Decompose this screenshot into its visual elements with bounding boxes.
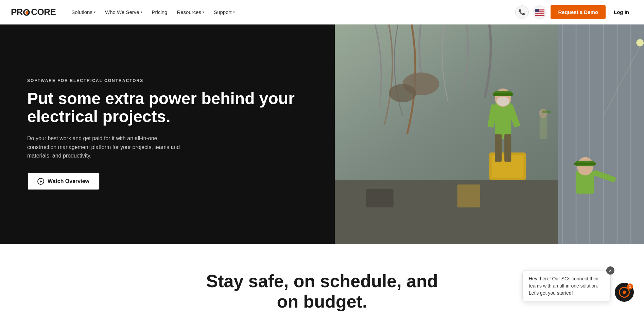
nav-item-support[interactable]: Support ▾ [210,6,238,18]
hero-section: SOFTWARE FOR ELECTRICAL CONTRACTORS Put … [0,24,644,244]
chat-close-button[interactable]: × [606,266,614,275]
hero-image-panel [335,24,644,244]
svg-point-26 [497,97,510,106]
nav-item-pricing[interactable]: Pricing [149,6,171,18]
svg-rect-20 [505,134,511,162]
logo-text: PR O CORE [11,7,56,17]
chat-bubble: × Hey there! Our SCs connect their teams… [522,270,611,302]
chevron-down-icon-2: ▾ [141,10,142,14]
logo-text-full: PR O CORE [11,7,56,17]
lower-title: Stay safe, on schedule, and on budget. [203,271,441,312]
navbar: PR O CORE Solutions ▾ Who We Serve ▾ [0,0,644,24]
chevron-down-icon-4: ▾ [233,10,235,14]
navbar-left: PR O CORE Solutions ▾ Who We Serve ▾ [11,6,238,18]
nav-item-resources[interactable]: Resources ▾ [173,6,208,18]
flag-icon [535,9,544,16]
language-selector[interactable] [533,5,546,19]
phone-icon: 📞 [519,9,525,15]
logo[interactable]: PR O CORE [11,7,56,17]
svg-rect-33 [457,184,480,207]
hero-title: Put some extra power behind your electri… [27,90,308,126]
nav-link-who-we-serve[interactable]: Who We Serve ▾ [102,6,146,18]
chevron-down-icon-3: ▾ [203,10,204,14]
nav-item-solutions[interactable]: Solutions ▾ [68,6,99,18]
svg-rect-19 [495,134,502,162]
nav-item-who-we-serve[interactable]: Who We Serve ▾ [102,6,146,18]
svg-rect-37 [542,111,551,113]
logo-o-svg: O [23,7,31,17]
chat-icon-dot [623,291,626,294]
svg-point-15 [389,84,417,102]
chat-icon-button[interactable]: 1 [615,283,634,302]
hero-left-panel: SOFTWARE FOR ELECTRICAL CONTRACTORS Put … [0,24,335,244]
login-button[interactable]: Log In [610,6,633,18]
request-demo-button[interactable]: Request a Demo [551,5,606,19]
nav-link-resources[interactable]: Resources ▾ [173,6,208,18]
navbar-right: 📞 Request a Demo Log In [515,5,633,19]
chat-badge: 1 [627,283,633,290]
svg-rect-32 [366,189,394,208]
svg-point-34 [637,39,644,47]
svg-rect-30 [574,163,596,165]
svg-point-1 [25,11,28,14]
nav-links: Solutions ▾ Who We Serve ▾ Pricing Resou… [68,6,238,18]
chevron-down-icon: ▾ [94,10,95,14]
play-icon: ▶ [37,178,44,185]
hero-description: Do your best work and get paid for it wi… [27,134,184,160]
watch-overview-button[interactable]: ▶ Watch Overview [27,173,100,190]
nav-link-support[interactable]: Support ▾ [210,6,238,18]
chat-message: Hey there! Our SCs connect their teams w… [529,276,599,296]
chat-widget: × Hey there! Our SCs connect their teams… [522,270,634,302]
nav-link-solutions[interactable]: Solutions ▾ [68,6,99,18]
hero-eyebrow: SOFTWARE FOR ELECTRICAL CONTRACTORS [27,78,308,83]
hero-construction-image [335,24,644,244]
phone-button[interactable]: 📞 [515,5,529,19]
nav-link-pricing[interactable]: Pricing [149,6,171,18]
svg-rect-35 [540,116,547,139]
construction-svg [335,24,644,244]
svg-rect-23 [493,93,513,96]
